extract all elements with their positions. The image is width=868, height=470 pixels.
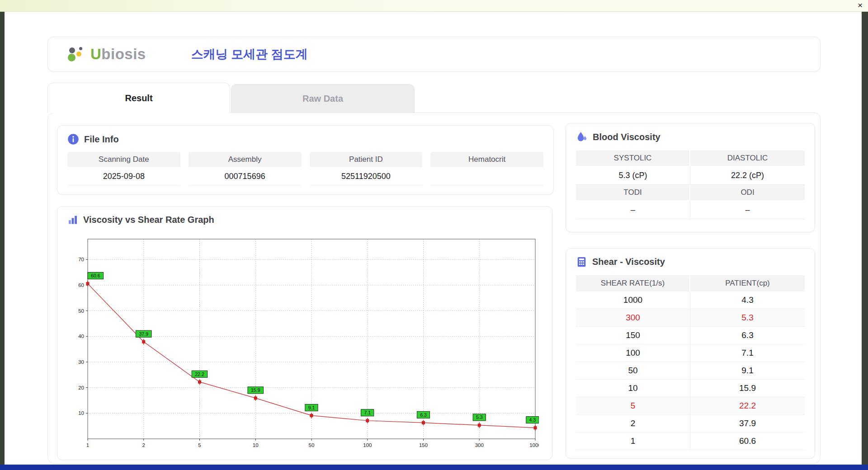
tab-raw-data-label: Raw Data xyxy=(302,94,343,104)
svg-text:5.3: 5.3 xyxy=(476,414,483,420)
field-assembly: Assembly 000715696 xyxy=(189,152,302,185)
shear-rate-cell: 2 xyxy=(576,415,690,432)
tab-result-label: Result xyxy=(125,93,152,103)
shear-table-body: 10004.33005.31506.31007.1509.11015.9522.… xyxy=(576,291,805,450)
field-value xyxy=(430,167,543,185)
calculator-icon xyxy=(576,256,587,268)
svg-text:4.3: 4.3 xyxy=(529,417,536,423)
window-titlebar: × xyxy=(0,0,868,12)
shear-table-row: 237.9 xyxy=(576,415,805,432)
svg-text:70: 70 xyxy=(78,257,84,262)
viscosity-graph-card: Viscosity vs Shear Rate Graph 1020304050… xyxy=(57,206,552,460)
svg-text:9.1: 9.1 xyxy=(308,405,315,410)
patient-viscosity-cell: 7.1 xyxy=(690,344,805,362)
shear-table-row: 522.2 xyxy=(576,397,805,415)
file-info-card: File Info Scanning Date 2025-09-08 Assem… xyxy=(57,125,554,195)
diastolic-value: 22.2 (cP) xyxy=(690,166,805,185)
bar-chart-icon xyxy=(67,214,78,225)
patient-column-header: PATIENT(cp) xyxy=(690,275,805,291)
shear-table-header: SHEAR RATE(1/s) PATIENT(cp) xyxy=(576,275,805,291)
patient-viscosity-cell: 22.2 xyxy=(690,397,805,414)
shear-table-row: 160.6 xyxy=(576,432,805,450)
svg-text:50: 50 xyxy=(309,442,315,448)
svg-text:22.2: 22.2 xyxy=(195,371,204,377)
field-hematocrit: Hematocrit xyxy=(430,152,543,185)
todi-header: TODI xyxy=(576,185,690,200)
shear-table-row: 509.1 xyxy=(576,362,805,380)
svg-text:1000: 1000 xyxy=(529,442,539,448)
viscosity-chart: 102030405060701251050100150300100060.637… xyxy=(69,235,539,451)
shear-table-row: 3005.3 xyxy=(576,309,805,327)
svg-text:2: 2 xyxy=(142,442,145,448)
svg-text:37.9: 37.9 xyxy=(139,331,149,337)
diastolic-header: DIASTOLIC xyxy=(690,150,805,166)
svg-text:150: 150 xyxy=(419,442,428,448)
file-info-title: File Info xyxy=(84,134,119,145)
field-label: Patient ID xyxy=(310,152,423,167)
tab-result[interactable]: Result xyxy=(47,83,230,113)
svg-text:50: 50 xyxy=(78,308,84,314)
svg-text:10: 10 xyxy=(78,410,84,416)
info-icon xyxy=(67,133,79,145)
blood-viscosity-table: SYSTOLIC DIASTOLIC 5.3 (cP) 22.2 (cP) TO… xyxy=(576,150,805,219)
shear-rate-cell: 1000 xyxy=(576,291,690,309)
blood-viscosity-title: Blood Viscosity xyxy=(593,132,660,142)
field-scanning-date: Scanning Date 2025-09-08 xyxy=(67,152,180,185)
graph-title: Viscosity vs Shear Rate Graph xyxy=(83,215,214,225)
field-label: Scanning Date xyxy=(67,152,180,167)
shear-rate-cell: 1 xyxy=(576,432,690,450)
systolic-value: 5.3 (cP) xyxy=(576,166,690,185)
shear-rate-cell: 100 xyxy=(576,344,690,362)
header: Ubiosis 스캐닝 모세관 점도계 xyxy=(47,37,821,72)
shear-rate-cell: 150 xyxy=(576,327,690,344)
field-patient-id: Patient ID 52511920500 xyxy=(310,152,423,185)
odi-header: ODI xyxy=(690,185,805,200)
shear-rate-cell: 5 xyxy=(576,397,690,414)
patient-viscosity-cell: 60.6 xyxy=(690,432,805,450)
svg-text:100: 100 xyxy=(363,442,372,448)
patient-viscosity-cell: 37.9 xyxy=(690,415,805,432)
tab-raw-data[interactable]: Raw Data xyxy=(231,84,415,113)
svg-text:6.3: 6.3 xyxy=(420,412,427,418)
odi-value: – xyxy=(690,200,805,219)
field-value: 2025-09-08 xyxy=(67,167,180,185)
close-icon[interactable]: × xyxy=(858,1,863,10)
field-value: 000715696 xyxy=(189,167,302,185)
shear-table-row: 1007.1 xyxy=(576,344,805,362)
todi-value: – xyxy=(576,200,690,219)
droplet-icon xyxy=(576,131,588,143)
shear-rate-cell: 50 xyxy=(576,362,690,379)
field-value: 52511920500 xyxy=(310,167,423,185)
shear-rate-column-header: SHEAR RATE(1/s) xyxy=(576,275,690,291)
shear-viscosity-card: Shear - Viscosity SHEAR RATE(1/s) PATIEN… xyxy=(566,248,815,459)
svg-text:7.1: 7.1 xyxy=(364,410,371,415)
shear-viscosity-title: Shear - Viscosity xyxy=(592,257,665,267)
patient-viscosity-cell: 5.3 xyxy=(690,309,805,326)
taskbar xyxy=(0,465,868,470)
svg-text:5: 5 xyxy=(198,442,201,448)
patient-viscosity-cell: 9.1 xyxy=(690,362,805,379)
shear-rate-cell: 300 xyxy=(576,309,690,326)
svg-text:1: 1 xyxy=(86,442,89,448)
svg-text:15.9: 15.9 xyxy=(251,387,260,393)
svg-text:300: 300 xyxy=(475,442,484,448)
file-info-fields: Scanning Date 2025-09-08 Assembly 000715… xyxy=(57,149,553,185)
app-window: Ubiosis 스캐닝 모세관 점도계 Result Raw Data File… xyxy=(5,12,862,465)
ubiosis-logo-icon xyxy=(67,44,87,64)
logo-text: Ubiosis xyxy=(90,46,146,63)
svg-text:30: 30 xyxy=(78,359,84,365)
svg-text:20: 20 xyxy=(78,385,84,390)
blood-viscosity-card: Blood Viscosity SYSTOLIC DIASTOLIC 5.3 (… xyxy=(566,123,815,232)
svg-text:60.6: 60.6 xyxy=(91,273,100,278)
field-label: Assembly xyxy=(189,152,302,167)
field-label: Hematocrit xyxy=(430,152,543,167)
patient-viscosity-cell: 15.9 xyxy=(690,380,805,397)
systolic-header: SYSTOLIC xyxy=(576,150,690,166)
svg-text:60: 60 xyxy=(78,282,84,288)
shear-table-row: 1506.3 xyxy=(576,327,805,344)
svg-text:10: 10 xyxy=(253,442,259,448)
logo: Ubiosis xyxy=(67,44,146,64)
svg-text:40: 40 xyxy=(78,334,84,339)
patient-viscosity-cell: 4.3 xyxy=(690,291,805,309)
shear-table-row: 1015.9 xyxy=(576,380,805,397)
